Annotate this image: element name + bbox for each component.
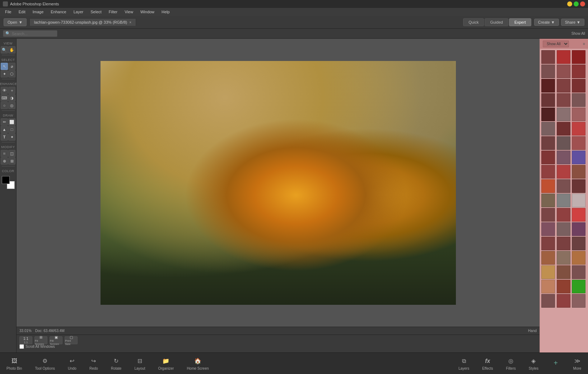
rectangle-tool[interactable]: □ <box>8 126 15 133</box>
swatch-24[interactable] <box>541 165 555 179</box>
swatch-39[interactable] <box>541 237 555 250</box>
swatch-35[interactable] <box>572 208 585 222</box>
swatch-10[interactable] <box>557 93 570 107</box>
swatch-42[interactable] <box>541 251 555 265</box>
redo-button[interactable]: ↪ Redo <box>87 355 101 372</box>
layout-button[interactable]: ⊟ Layout <box>131 355 148 372</box>
magic-wand-tool[interactable]: ✦ <box>1 70 8 77</box>
blur-tool[interactable]: ◑ <box>8 94 15 101</box>
mode-tab-quick[interactable]: Quick <box>463 18 484 26</box>
open-button[interactable]: Open ▼ <box>4 18 27 26</box>
swatch-36[interactable] <box>541 222 555 236</box>
hand-tool[interactable]: ✋ <box>8 46 15 53</box>
maximize-button[interactable] <box>574 1 579 6</box>
swatch-22[interactable] <box>557 151 570 164</box>
swatch-45[interactable] <box>541 265 555 279</box>
menu-window[interactable]: Window <box>137 9 157 15</box>
swatch-33[interactable] <box>541 208 555 222</box>
canvas-image[interactable] <box>101 61 456 305</box>
swatch-47[interactable] <box>572 265 585 279</box>
swatch-18[interactable] <box>541 136 555 150</box>
swatch-37[interactable] <box>557 222 570 236</box>
foreground-color-swatch[interactable] <box>2 176 10 184</box>
swatch-7[interactable] <box>557 79 570 93</box>
zoom-fill-screen-button[interactable]: ▣ Fill Screen <box>50 336 62 344</box>
swatch-12[interactable] <box>541 108 555 121</box>
menu-file[interactable]: File <box>2 9 14 15</box>
layers-button[interactable]: ⧉ Layers <box>456 355 472 372</box>
pencil-tool[interactable]: ✏ <box>1 118 8 126</box>
swatch-1[interactable] <box>557 50 570 64</box>
swatch-49[interactable] <box>557 280 570 293</box>
swatch-15[interactable] <box>541 122 555 136</box>
swatch-21[interactable] <box>541 151 555 164</box>
show-all-dropdown[interactable]: Show All <box>543 41 569 47</box>
search-input[interactable] <box>12 32 55 36</box>
swatch-25[interactable] <box>557 165 570 179</box>
home-screen-button[interactable]: 🏠 Home Screen <box>184 355 211 372</box>
swatch-11[interactable] <box>572 93 585 107</box>
menu-enhance[interactable]: Enhance <box>48 9 69 15</box>
swatch-31[interactable] <box>557 194 570 207</box>
swatch-16[interactable] <box>557 122 570 136</box>
swatch-53[interactable] <box>572 294 585 308</box>
swatch-19[interactable] <box>557 136 570 150</box>
swatch-13[interactable] <box>557 108 570 121</box>
file-tab-close-icon[interactable]: × <box>129 20 131 24</box>
zoom-fit-screen-button[interactable]: ⊞ Fit Screen <box>34 336 47 344</box>
zoom-tool[interactable]: 🔍 <box>1 46 8 53</box>
swatch-28[interactable] <box>557 179 570 193</box>
more-button[interactable]: ≫ More <box>570 355 584 372</box>
swatch-17[interactable] <box>572 122 585 136</box>
swatch-6[interactable] <box>541 79 555 93</box>
minimize-button[interactable] <box>567 1 572 6</box>
styles-button[interactable]: ◈ Styles <box>526 355 541 372</box>
swatch-8[interactable] <box>572 79 585 93</box>
menu-view[interactable]: View <box>122 9 136 15</box>
eraser-tool[interactable]: ⬜ <box>8 118 15 126</box>
mode-tab-expert[interactable]: Expert <box>509 18 531 26</box>
effects-button[interactable]: fx Effects <box>479 355 496 372</box>
scroll-all-checkbox[interactable] <box>19 344 24 349</box>
file-tab[interactable]: lachlan-gowen-733062-unsplash.jpg @ 33% … <box>29 18 136 26</box>
sponge-tool[interactable]: ◎ <box>8 102 15 109</box>
filters-button[interactable]: ◎ Filters <box>503 355 519 372</box>
swatch-43[interactable] <box>557 251 570 265</box>
straighten-tool[interactable]: ◫ <box>8 150 15 157</box>
add-button[interactable]: + <box>549 357 563 370</box>
create-button[interactable]: Create ▼ <box>534 19 559 26</box>
swatch-46[interactable] <box>557 265 570 279</box>
swatch-0[interactable] <box>541 50 555 64</box>
swatch-9[interactable] <box>541 93 555 107</box>
quick-select-tool[interactable]: ⬡ <box>8 70 15 77</box>
close-button[interactable] <box>580 1 585 6</box>
swatch-14[interactable] <box>572 108 585 121</box>
lasso-tool[interactable]: ⌀ <box>8 63 15 70</box>
swatch-2[interactable] <box>572 50 585 64</box>
swatch-38[interactable] <box>572 222 585 236</box>
crop-tool[interactable]: ⌗ <box>1 150 8 157</box>
swatch-34[interactable] <box>557 208 570 222</box>
menu-layer[interactable]: Layer <box>71 9 87 15</box>
menu-edit[interactable]: Edit <box>16 9 28 15</box>
swatch-50[interactable] <box>572 280 585 293</box>
move-content-tool[interactable]: ⊞ <box>8 157 15 165</box>
redeye-remove-tool[interactable]: ⊕ <box>1 157 8 165</box>
swatch-51[interactable] <box>541 294 555 308</box>
swatch-52[interactable] <box>557 294 570 308</box>
clone-tool[interactable]: ⌨ <box>1 94 8 101</box>
undo-button[interactable]: ↩ Undo <box>65 355 79 372</box>
menu-image[interactable]: Image <box>30 9 47 15</box>
swatch-5[interactable] <box>572 65 585 78</box>
zoom-1to1-button[interactable]: 1:1 1:1 <box>19 336 32 344</box>
swatch-20[interactable] <box>572 136 585 150</box>
rotate-button[interactable]: ↻ Rotate <box>108 355 124 372</box>
swatch-26[interactable] <box>572 165 585 179</box>
swatch-27[interactable] <box>541 179 555 193</box>
menu-select[interactable]: Select <box>88 9 104 15</box>
swatch-41[interactable] <box>572 237 585 250</box>
swatch-40[interactable] <box>557 237 570 250</box>
swatch-30[interactable] <box>541 194 555 207</box>
swatch-29[interactable] <box>572 179 585 193</box>
red-eye-tool[interactable]: 👁 <box>1 87 8 94</box>
